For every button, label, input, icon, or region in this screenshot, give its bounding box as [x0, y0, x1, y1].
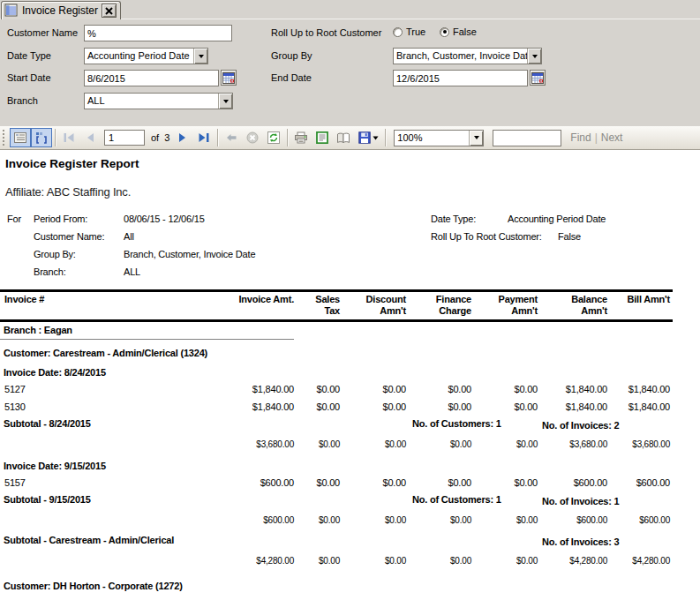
page-of-label: of	[151, 132, 159, 143]
branch-label: Branch	[7, 95, 38, 106]
last-page-icon	[198, 132, 210, 143]
report-tab-icon	[4, 4, 19, 18]
col-header-discount-amnt: Discount Amn't	[342, 294, 408, 317]
invoice-number: 5127	[0, 384, 228, 399]
page-setup-icon	[336, 132, 350, 144]
rollup-true-radio[interactable]: True	[393, 26, 425, 37]
table-header-row: Invoice # Invoice Amt. Sales Tax Discoun…	[0, 289, 673, 322]
parameters-toggle-button[interactable]	[31, 128, 52, 147]
chevron-down-icon	[199, 55, 204, 58]
export-button[interactable]	[354, 128, 382, 147]
print-layout-button[interactable]	[312, 128, 333, 147]
back-button[interactable]	[221, 128, 242, 147]
find-next-separator: |	[595, 131, 598, 144]
invoice-date-group-header: Invoice Date: 8/24/2015	[0, 364, 700, 381]
stop-button[interactable]	[242, 128, 263, 147]
last-page-button[interactable]	[193, 128, 215, 147]
page-number-input[interactable]	[104, 130, 145, 146]
total-pages-label: 3	[164, 132, 169, 143]
branch-dropdown[interactable]: ALL	[84, 93, 233, 109]
invoice-row: 5127 $1,840.00 $0.00 $0.00 $0.00 $0.00 $…	[0, 381, 673, 399]
back-arrow-icon	[225, 132, 237, 143]
start-date-input[interactable]	[84, 70, 219, 86]
group-by-label: Group By	[271, 50, 312, 61]
param-period-label: Period From:	[34, 214, 87, 224]
col-header-balance-amnt: Balance Amn't	[539, 294, 609, 317]
toolbar-separator	[55, 129, 56, 146]
zoom-combobox[interactable]: 100%	[394, 130, 484, 146]
print-button[interactable]	[290, 128, 312, 147]
col-header-invoice-number: Invoice #	[0, 294, 228, 317]
chevron-down-icon	[532, 55, 538, 58]
no-of-invoices: No. of Invoices: 2	[542, 420, 619, 431]
no-of-customers: No. of Customers: 1	[412, 418, 501, 429]
find-next-button[interactable]: Next	[601, 131, 623, 144]
rollup-false-radio[interactable]: False	[440, 26, 477, 37]
close-icon	[105, 7, 113, 15]
radio-selected-icon	[440, 27, 449, 37]
param-groupby-value: Branch, Customer, Invoice Date	[124, 249, 255, 259]
invoice-row: 5157 $600.00 $0.00 $0.00 $0.00 $0.00 $60…	[0, 475, 673, 492]
param-datetype-label: Date Type:	[431, 214, 476, 224]
customer-group-header: Customer: Carestream - Admin/Clerical (1…	[0, 341, 700, 364]
param-rollup-label: Roll Up To Root Customer:	[431, 231, 542, 242]
customer-group-header: Customer: DH Horton - Corporate (1272)	[0, 574, 700, 596]
col-header-finance-charge: Finance Charge	[408, 294, 473, 317]
tab-close-button[interactable]	[102, 4, 117, 18]
save-icon	[358, 131, 371, 144]
col-header-bill-amnt: Bill Amn't	[609, 294, 672, 317]
find-text-input[interactable]	[493, 130, 561, 146]
toolbar-separator	[287, 129, 288, 146]
toolbar-separator	[217, 129, 218, 146]
param-customer-value: All	[124, 231, 134, 242]
document-map-icon	[14, 131, 27, 144]
no-of-customers: No. of Customers: 1	[412, 494, 501, 505]
refresh-button[interactable]	[263, 128, 284, 147]
report-affiliate: Affiliate: ABC Staffing Inc.	[5, 185, 700, 199]
next-page-icon	[177, 132, 188, 143]
invoice-number: 5157	[0, 477, 228, 492]
first-page-button[interactable]	[58, 128, 79, 147]
invoice-number: 5130	[0, 401, 228, 416]
printer-icon	[294, 131, 308, 144]
param-branch-value: ALL	[124, 266, 140, 277]
col-header-sales-tax: Sales Tax	[296, 294, 342, 317]
end-date-label: End Date	[271, 72, 312, 83]
refresh-icon	[267, 131, 280, 144]
subtotal-amounts-row: $600.00 $0.00 $0.00 $0.00 $0.00 $600.00 …	[0, 510, 673, 533]
filter-panel: Customer Name Roll Up to Root Customer T…	[0, 19, 700, 126]
subtotal-amounts-row: $3,680.00 $0.00 $0.00 $0.00 $0.00 $3,680…	[0, 434, 673, 457]
no-of-invoices: No. of Invoices: 1	[542, 496, 619, 506]
tab-strip: Invoice Register	[0, 0, 700, 19]
date-type-dropdown[interactable]: Accounting Period Date	[84, 48, 208, 64]
param-datetype-value: Accounting Period Date	[508, 214, 606, 224]
parameters-icon	[35, 131, 49, 144]
next-page-button[interactable]	[172, 128, 193, 147]
param-for-label: For	[7, 214, 21, 224]
calendar-icon	[531, 72, 544, 84]
subtotal-label-row: Subtotal - Carestream - Admin/Clerical N…	[0, 533, 700, 551]
group-by-dropdown[interactable]: Branch, Customer, Invoice Date	[393, 48, 542, 64]
previous-page-icon	[85, 132, 95, 143]
customer-name-label: Customer Name	[7, 27, 78, 38]
document-map-toggle-button[interactable]	[10, 128, 31, 147]
subtotal-amounts-row: $4,280.00 $0.00 $0.00 $0.00 $0.00 $4,280…	[0, 551, 673, 574]
toolbar-separator	[385, 129, 386, 146]
tab-invoice-register[interactable]: Invoice Register	[1, 1, 121, 19]
toolbar-grip[interactable]	[3, 130, 7, 146]
calendar-icon	[222, 72, 235, 84]
page-setup-button[interactable]	[333, 128, 354, 147]
stop-icon	[246, 131, 259, 144]
customer-name-input[interactable]	[84, 25, 232, 41]
previous-page-button[interactable]	[79, 128, 101, 147]
rollup-label: Roll Up to Root Customer	[271, 27, 381, 38]
end-date-input[interactable]	[393, 70, 528, 86]
param-period-value: 08/06/15 - 12/06/15	[124, 214, 205, 224]
report-title: Invoice Register Report	[5, 157, 700, 170]
chevron-down-icon	[373, 136, 379, 140]
end-date-calendar-button[interactable]	[530, 70, 546, 86]
branch-underline	[0, 339, 294, 340]
report-body: Invoice Register Report Affiliate: ABC S…	[0, 150, 700, 600]
start-date-calendar-button[interactable]	[221, 70, 237, 86]
find-button[interactable]: Find	[570, 131, 591, 144]
